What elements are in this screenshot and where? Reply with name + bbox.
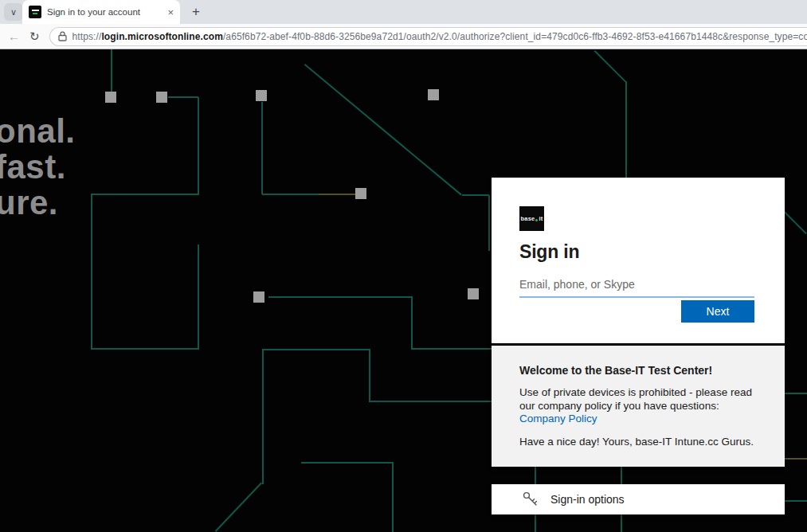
circuit-line [198,244,199,349]
circuit-line [319,194,357,195]
headline-line: ure. [0,185,76,221]
circuit-line [625,81,627,178]
welcome-body-text: Use of private devices is prohibited - p… [519,386,752,412]
address-bar[interactable]: https://login.microsoftonline.com/a65f6b… [49,27,807,46]
email-input[interactable] [519,275,754,298]
signin-options-label: Sign-in options [550,493,625,506]
new-tab-button[interactable]: + [186,3,206,21]
logo-text-it: it [539,215,543,222]
lock-icon [58,31,67,41]
tab-close-icon[interactable]: × [167,6,174,18]
circuit-line [785,458,807,460]
circuit-diagonal [594,50,626,82]
tab-title: Sign in to your account [47,7,163,17]
signin-card: baseit Sign in Next [492,178,785,343]
circuit-line [261,102,263,194]
welcome-message-box: Welcome to the Base-IT Test Center! Use … [492,346,785,467]
browser-window: ∨ Sign in to your account × + ← ↻ https:… [0,0,807,49]
circuit-line [411,348,492,350]
background-headline: onal. fast. ure. [0,113,76,221]
logo-text-base: base [521,215,535,222]
welcome-closing: Have a nice day! Yours, base-IT Intune.c… [519,436,758,449]
signin-options-button[interactable]: Sign-in options [492,484,785,514]
favicon-base-it-icon [29,6,41,18]
tab-strip: ∨ Sign in to your account × + [0,0,807,24]
circuit-line [111,49,112,93]
next-button[interactable]: Next [681,300,754,323]
refresh-button[interactable]: ↻ [29,29,40,44]
circuit-node [105,92,116,103]
browser-toolbar: ← ↻ https://login.microsoftonline.com/a6… [0,24,807,49]
circuit-line [488,195,490,251]
circuit-line [369,401,492,402]
company-policy-link[interactable]: Company Policy [519,413,597,424]
circuit-line [392,462,394,532]
circuit-line [301,462,393,464]
circuit-line [785,500,807,502]
browser-tab[interactable]: Sign in to your account × [22,0,180,24]
circuit-node [468,288,479,299]
circuit-node [253,291,264,303]
circuit-line [91,348,199,350]
circuit-node [355,188,366,199]
circuit-line [91,194,92,349]
circuit-node [156,92,167,103]
headline-line: fast. [0,149,76,185]
circuit-line [262,194,319,195]
circuit-line [411,296,413,349]
key-icon [522,491,539,508]
chevron-down-icon: ∨ [10,7,17,18]
signin-title: Sign in [519,241,754,263]
circuit-line [262,349,264,484]
circuit-diagonal [215,483,262,532]
circuit-line [91,194,199,195]
base-it-logo: baseit [519,206,544,231]
tab-actions-button[interactable]: ∨ [4,3,23,21]
circuit-line [168,96,198,98]
url-text: https://login.microsoftonline.com/a65f6b… [72,31,807,42]
circuit-node [256,90,267,101]
headline-line: onal. [0,113,76,149]
circuit-node [428,89,439,100]
circuit-line [198,97,199,194]
circuit-line [268,296,412,298]
circuit-line [462,194,489,196]
welcome-body: Use of private devices is prohibited - p… [519,386,758,426]
circuit-diagonal [782,209,807,234]
welcome-title: Welcome to the Base-IT Test Center! [519,364,758,377]
circuit-line [785,393,807,394]
circuit-line [369,349,370,401]
circuit-diagonal [304,64,462,195]
logo-dot-icon [535,219,538,221]
back-button[interactable]: ← [8,29,20,43]
circuit-line [262,349,370,350]
page-background: onal. fast. ure. baseit Sign in Next Wel… [0,49,807,532]
